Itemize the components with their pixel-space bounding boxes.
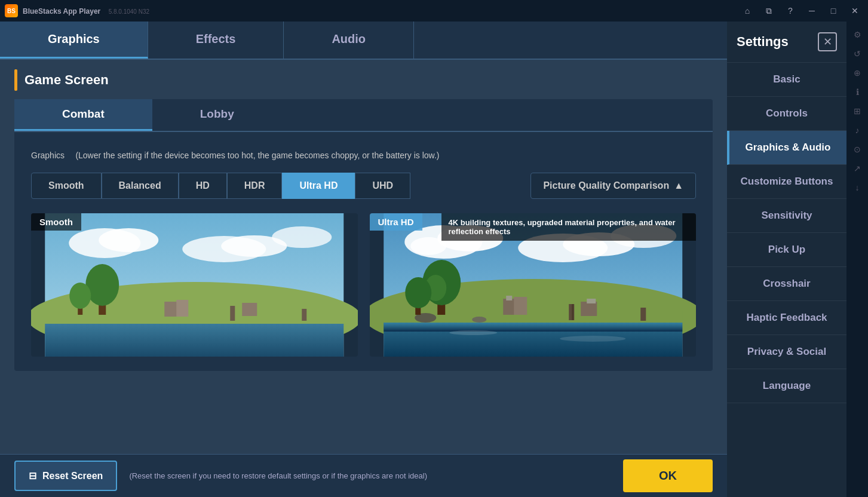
svg-rect-40 xyxy=(506,296,512,300)
logo-text: BS xyxy=(7,8,16,14)
settings-nav-graphics-audio[interactable]: Graphics & Audio xyxy=(727,131,846,165)
settings-nav-sensitivity[interactable]: Sensitivity xyxy=(727,199,846,233)
quality-hdr[interactable]: HDR xyxy=(227,173,283,199)
edge-down-icon[interactable]: ↓ xyxy=(849,179,866,196)
comparison-smooth: Smooth xyxy=(31,213,358,357)
settings-nav: Basic Controls Graphics & Audio Customiz… xyxy=(727,63,846,497)
settings-panel: Settings ✕ Basic Controls Graphics & Aud… xyxy=(727,22,846,497)
svg-point-28 xyxy=(472,317,486,323)
svg-point-2 xyxy=(99,228,158,252)
settings-nav-pick-up[interactable]: Pick Up xyxy=(727,233,846,267)
settings-header: Settings ✕ xyxy=(727,22,846,63)
settings-nav-controls[interactable]: Controls xyxy=(727,97,846,131)
svg-point-12 xyxy=(69,283,91,309)
tab-graphics[interactable]: Graphics xyxy=(0,22,148,59)
reset-screen-button[interactable]: ⊟ Reset Screen xyxy=(14,461,117,491)
edge-grid-icon[interactable]: ⊞ xyxy=(849,103,866,119)
chevron-up-icon: ▲ xyxy=(674,180,683,191)
quality-uhd[interactable]: UHD xyxy=(355,173,410,199)
quality-smooth[interactable]: Smooth xyxy=(31,173,102,199)
settings-nav-basic[interactable]: Basic xyxy=(727,63,846,97)
settings-nav-customize-buttons[interactable]: Customize Buttons xyxy=(727,165,846,199)
graphics-label: Graphics (Lower the setting if the devic… xyxy=(31,146,696,162)
smooth-scene xyxy=(31,213,358,357)
reset-icon: ⊟ xyxy=(29,470,36,481)
bottom-bar: ⊟ Reset Screen (Reset the screen if you … xyxy=(0,454,727,497)
edge-share-icon[interactable]: ↗ xyxy=(849,160,866,177)
svg-point-31 xyxy=(449,330,497,335)
comparison-row: Smooth xyxy=(31,213,696,357)
comparison-ultra-hd: Ultra HD 4K building textures, upgraded … xyxy=(370,213,697,357)
quality-hd[interactable]: HD xyxy=(179,173,227,199)
ok-button[interactable]: OK xyxy=(623,459,713,492)
settings-nav-privacy-social[interactable]: Privacy & Social xyxy=(727,335,846,369)
game-screen-heading: Game Screen xyxy=(24,72,109,88)
quality-ultra-hd[interactable]: Ultra HD xyxy=(282,173,355,199)
tab-audio[interactable]: Audio xyxy=(284,22,414,59)
edge-icons: ⚙ ↺ ⊕ ℹ ⊞ ♪ ⊙ ↗ ↓ xyxy=(846,22,868,497)
svg-rect-45 xyxy=(640,308,646,321)
svg-rect-30 xyxy=(384,323,682,332)
sub-tab-lobby[interactable]: Lobby xyxy=(152,99,282,131)
edge-settings-icon[interactable]: ⚙ xyxy=(849,26,866,43)
svg-point-37 xyxy=(405,277,431,308)
edge-info-icon[interactable]: ℹ xyxy=(849,84,866,100)
quality-balanced[interactable]: Balanced xyxy=(102,173,179,199)
svg-point-32 xyxy=(560,336,625,342)
app-logo: BS xyxy=(5,4,18,17)
titlebar: BS BlueStacks App Player 5.8.0.1040 N32 … xyxy=(0,0,868,22)
svg-point-5 xyxy=(272,226,332,248)
home-button[interactable]: ⌂ xyxy=(739,2,756,19)
svg-rect-17 xyxy=(302,309,306,321)
picture-quality-comparison-button[interactable]: Picture Quality Comparison ▲ xyxy=(530,173,696,199)
svg-rect-41 xyxy=(581,302,597,316)
combined-right: Settings ✕ Basic Controls Graphics & Aud… xyxy=(727,22,868,497)
svg-rect-14 xyxy=(176,300,188,317)
close-button[interactable]: ✕ xyxy=(846,2,863,19)
ultra-hd-label: Ultra HD xyxy=(370,213,422,231)
svg-rect-16 xyxy=(230,306,235,321)
heading-bar xyxy=(14,69,17,91)
help-button[interactable]: ? xyxy=(782,2,799,19)
main-layout: Graphics Effects Audio Game Screen Comba… xyxy=(0,22,868,497)
settings-close-button[interactable]: ✕ xyxy=(818,32,837,51)
tab-effects[interactable]: Effects xyxy=(148,22,284,59)
settings-content: Game Screen Combat Lobby Graphics (Lower… xyxy=(0,60,727,454)
svg-rect-15 xyxy=(242,303,257,316)
smooth-label: Smooth xyxy=(31,213,81,231)
settings-nav-language[interactable]: Language xyxy=(727,369,846,403)
edge-camera-icon[interactable]: ⊙ xyxy=(849,141,866,158)
svg-rect-8 xyxy=(45,324,343,357)
edge-search-icon[interactable]: ⊕ xyxy=(849,65,866,81)
sub-content: Graphics (Lower the setting if the devic… xyxy=(14,132,713,371)
main-tabs: Graphics Effects Audio xyxy=(0,22,727,60)
svg-rect-42 xyxy=(587,299,596,303)
svg-point-10 xyxy=(85,264,119,306)
settings-title: Settings xyxy=(737,34,789,50)
ultra-hd-desc: 4K building textures, upgraded material … xyxy=(441,213,697,241)
minimize-button[interactable]: ─ xyxy=(803,2,820,19)
restore-button[interactable]: □ xyxy=(825,2,842,19)
sub-tabs: Combat Lobby xyxy=(14,99,713,132)
reset-hint: (Reset the screen if you need to restore… xyxy=(129,471,611,480)
section-heading: Game Screen xyxy=(14,69,713,91)
settings-nav-crosshair[interactable]: Crosshair xyxy=(727,267,846,301)
svg-rect-44 xyxy=(572,304,573,320)
svg-rect-39 xyxy=(514,297,527,315)
app-name: BlueStacks App Player 5.8.0.1040 N32 xyxy=(23,5,149,16)
sub-tab-combat[interactable]: Combat xyxy=(14,99,152,131)
edge-refresh-icon[interactable]: ↺ xyxy=(849,45,866,62)
content-area: Graphics Effects Audio Game Screen Comba… xyxy=(0,22,727,497)
settings-nav-haptic-feedback[interactable]: Haptic Feedback xyxy=(727,301,846,335)
layers-button[interactable]: ⧉ xyxy=(760,2,777,19)
quality-buttons: Smooth Balanced HD HDR Ultra HD UHD Pict… xyxy=(31,173,696,199)
edge-volume-icon[interactable]: ♪ xyxy=(849,122,866,139)
